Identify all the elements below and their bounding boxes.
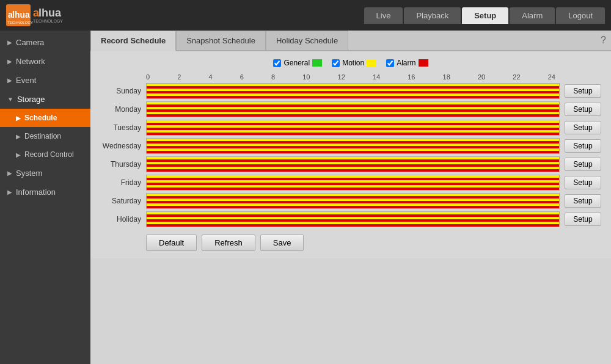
tab-holiday-schedule[interactable]: Holiday Schedule bbox=[266, 31, 348, 50]
alarm-color-swatch bbox=[419, 59, 428, 67]
time-bar-sunday[interactable] bbox=[146, 83, 560, 99]
setup-btn-thursday[interactable]: Setup bbox=[565, 158, 601, 171]
schedule-panel: General Motion Alarm 0 2 bbox=[90, 51, 611, 258]
sidebar-item-event[interactable]: ▶ Event bbox=[0, 71, 90, 90]
setup-btn-wednesday[interactable]: Setup bbox=[565, 139, 601, 153]
time-2: 2 bbox=[177, 73, 181, 81]
motion-checkbox[interactable] bbox=[332, 59, 340, 67]
legend-general-label: General bbox=[284, 59, 310, 67]
main-layout: ▶ Camera ▶ Network ▶ Event ▼ Storage ▶ S… bbox=[0, 31, 611, 364]
time-10: 10 bbox=[302, 73, 310, 81]
record-control-arrow-icon: ▶ bbox=[16, 151, 21, 158]
schedule-row-saturday: Saturday Setup bbox=[100, 193, 601, 209]
schedule-row-tuesday: Tuesday Setup bbox=[100, 120, 601, 136]
tab-logout[interactable]: Logout bbox=[556, 7, 605, 24]
time-bar-tuesday[interactable] bbox=[146, 120, 560, 136]
tab-playback[interactable]: Playback bbox=[404, 7, 461, 24]
time-16: 16 bbox=[408, 73, 415, 81]
setup-btn-tuesday[interactable]: Setup bbox=[565, 121, 601, 134]
refresh-button[interactable]: Refresh bbox=[202, 235, 255, 251]
day-label-monday: Monday bbox=[100, 105, 146, 114]
time-bar-stripes-sunday bbox=[147, 84, 559, 98]
bottom-buttons: Default Refresh Save bbox=[146, 235, 601, 251]
time-6: 6 bbox=[240, 73, 244, 81]
time-22: 22 bbox=[513, 73, 520, 81]
time-bar-stripes-holiday bbox=[147, 212, 559, 227]
setup-btn-holiday[interactable]: Setup bbox=[565, 213, 601, 226]
nav-tabs: Live Playback Setup Alarm Logout bbox=[364, 7, 605, 24]
setup-btn-friday[interactable]: Setup bbox=[565, 176, 601, 189]
default-button[interactable]: Default bbox=[146, 235, 197, 251]
day-label-thursday: Thursday bbox=[100, 160, 146, 169]
legend-alarm-label: Alarm bbox=[397, 59, 415, 67]
time-bar-stripes-thursday bbox=[147, 157, 559, 172]
time-20: 20 bbox=[478, 73, 485, 81]
sidebar-item-information[interactable]: ▶ Information bbox=[0, 183, 90, 202]
legend-motion-label: Motion bbox=[342, 59, 364, 67]
camera-arrow-icon: ▶ bbox=[7, 39, 12, 46]
sidebar-item-network[interactable]: ▶ Network bbox=[0, 52, 90, 71]
sidebar-item-storage[interactable]: ▼ Storage bbox=[0, 90, 90, 109]
time-14: 14 bbox=[373, 73, 380, 81]
sidebar-label-destination: Destination bbox=[24, 132, 61, 140]
schedule-row-sunday: Sunday Setup bbox=[100, 83, 601, 99]
save-button[interactable]: Save bbox=[260, 235, 304, 251]
time-bar-wednesday[interactable] bbox=[146, 138, 560, 154]
tab-alarm[interactable]: Alarm bbox=[510, 7, 555, 24]
legend-motion: Motion bbox=[332, 59, 376, 67]
time-bar-stripes-monday bbox=[147, 102, 559, 117]
time-0: 0 bbox=[146, 73, 150, 81]
time-bar-holiday[interactable] bbox=[146, 211, 560, 227]
day-label-tuesday: Tuesday bbox=[100, 123, 146, 132]
schedule-row-holiday: Holiday Setup bbox=[100, 211, 601, 227]
sidebar-item-destination[interactable]: ▶ Destination bbox=[0, 127, 90, 145]
tab-setup[interactable]: Setup bbox=[462, 7, 508, 24]
setup-btn-sunday[interactable]: Setup bbox=[565, 84, 601, 98]
tab-snapshot-schedule[interactable]: Snapshot Schedule bbox=[176, 31, 266, 50]
time-bar-thursday[interactable] bbox=[146, 156, 560, 172]
sidebar-label-record-control: Record Control bbox=[24, 150, 74, 159]
tab-live[interactable]: Live bbox=[364, 7, 403, 24]
setup-btn-saturday[interactable]: Setup bbox=[565, 194, 601, 208]
general-color-swatch bbox=[312, 59, 322, 67]
destination-arrow-icon: ▶ bbox=[16, 133, 21, 140]
time-18: 18 bbox=[443, 73, 450, 81]
event-arrow-icon: ▶ bbox=[7, 77, 12, 84]
sidebar-item-camera[interactable]: ▶ Camera bbox=[0, 33, 90, 52]
time-12: 12 bbox=[338, 73, 345, 81]
sidebar-item-schedule[interactable]: ▶ Schedule bbox=[0, 109, 90, 127]
time-bar-stripes-friday bbox=[147, 175, 559, 190]
schedule-grid: 0 2 4 6 8 10 12 14 16 18 20 22 24 Sunday bbox=[100, 73, 601, 227]
time-8: 8 bbox=[271, 73, 275, 81]
legend-alarm: Alarm bbox=[386, 59, 428, 67]
sidebar-label-network: Network bbox=[16, 57, 45, 66]
time-bar-saturday[interactable] bbox=[146, 193, 560, 209]
time-axis: 0 2 4 6 8 10 12 14 16 18 20 22 24 bbox=[146, 73, 555, 81]
sidebar-item-record-control[interactable]: ▶ Record Control bbox=[0, 145, 90, 164]
legend: General Motion Alarm bbox=[100, 59, 601, 67]
day-label-sunday: Sunday bbox=[100, 87, 146, 95]
sidebar-label-storage: Storage bbox=[17, 95, 45, 104]
schedule-row-thursday: Thursday Setup bbox=[100, 156, 601, 172]
day-label-holiday: Holiday bbox=[100, 215, 146, 224]
sidebar-label-system: System bbox=[16, 169, 42, 178]
svg-text:lhua: lhua bbox=[12, 10, 30, 20]
logo-svg: a lhua TECHNOLOGY a lhua TECHNOLOGY bbox=[6, 4, 79, 26]
logo: a lhua TECHNOLOGY a lhua TECHNOLOGY bbox=[6, 3, 86, 27]
legend-general: General bbox=[273, 59, 322, 67]
help-icon[interactable]: ? bbox=[601, 31, 611, 50]
alarm-checkbox[interactable] bbox=[386, 59, 394, 67]
storage-arrow-icon: ▼ bbox=[7, 96, 13, 103]
tab-record-schedule[interactable]: Record Schedule bbox=[90, 31, 176, 51]
time-bar-friday[interactable] bbox=[146, 175, 560, 191]
sidebar-item-system[interactable]: ▶ System bbox=[0, 164, 90, 183]
tab-bar: Record Schedule Snapshot Schedule Holida… bbox=[90, 31, 611, 51]
sidebar-label-camera: Camera bbox=[16, 38, 44, 47]
sidebar: ▶ Camera ▶ Network ▶ Event ▼ Storage ▶ S… bbox=[0, 31, 90, 364]
general-checkbox[interactable] bbox=[273, 59, 281, 67]
svg-text:TECHNOLOGY: TECHNOLOGY bbox=[33, 19, 63, 23]
setup-btn-monday[interactable]: Setup bbox=[565, 103, 601, 116]
time-bar-monday[interactable] bbox=[146, 101, 560, 117]
content-area: Record Schedule Snapshot Schedule Holida… bbox=[90, 31, 611, 364]
svg-text:lhua: lhua bbox=[38, 7, 62, 19]
